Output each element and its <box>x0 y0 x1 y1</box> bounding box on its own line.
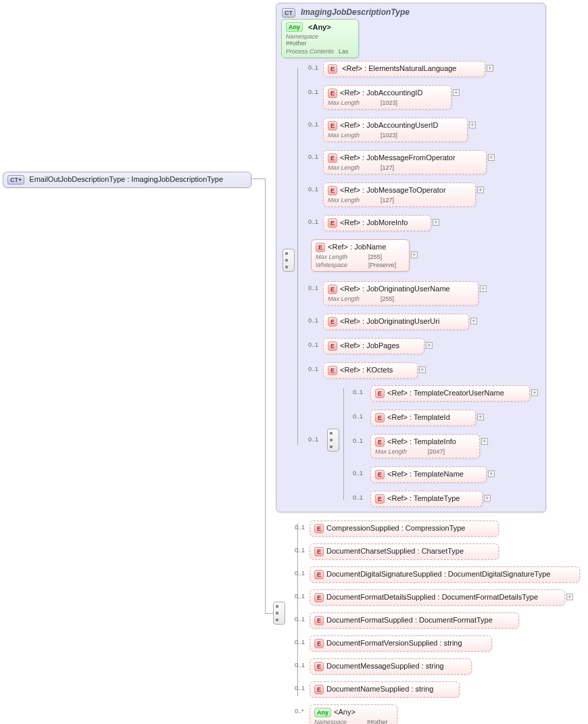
any-badge-icon: Any <box>286 22 303 32</box>
root-name: EmailOutJobDescriptionType <box>29 175 125 183</box>
any-meta: Process ContentsLax <box>286 48 354 55</box>
expand-icon[interactable]: + <box>488 154 495 161</box>
ref-template-id[interactable]: E<Ref> : TemplateId <box>370 410 476 426</box>
elem-document-message-supplied[interactable]: EDocumentMessageSupplied : string <box>310 658 472 675</box>
e-badge-icon: E <box>328 341 337 351</box>
sequence-icon <box>273 602 285 625</box>
ref-job-name[interactable]: E<Ref> : JobName Max Length[255] Whitesp… <box>311 239 410 272</box>
elem-document-digital-signature-supplied[interactable]: EDocumentDigitalSignatureSupplied : Docu… <box>310 566 580 583</box>
connector <box>265 613 273 614</box>
e-badge-icon: E <box>314 547 324 556</box>
expand-icon[interactable]: + <box>481 438 488 445</box>
ref-job-accounting-user-id[interactable]: E<Ref> : JobAccountingUserID Max Length[… <box>323 118 468 142</box>
occurrence: 0..1 <box>308 218 318 225</box>
ref-job-originating-user-uri[interactable]: E<Ref> : JobOriginatingUserUri <box>323 314 469 330</box>
occurrence: 0..1 <box>308 186 318 193</box>
ref-koctets[interactable]: E<Ref> : KOctets <box>323 362 418 379</box>
e-badge-icon: E <box>375 437 385 447</box>
e-badge-icon: E <box>328 317 337 327</box>
ref-job-originating-user-name[interactable]: E<Ref> : JobOriginatingUserName Max Leng… <box>323 281 479 306</box>
e-badge-icon: E <box>328 89 337 98</box>
occurrence: 0..1 <box>308 89 318 95</box>
ref-job-message-to-operator[interactable]: E<Ref> : JobMessageToOperator Max Length… <box>323 183 476 207</box>
expand-icon[interactable]: + <box>469 122 476 128</box>
e-badge-icon: E <box>314 524 324 533</box>
expand-icon[interactable]: + <box>484 495 491 502</box>
expand-icon[interactable]: + <box>470 318 477 324</box>
expand-icon[interactable]: + <box>487 65 493 72</box>
any-meta: Namespace##other <box>286 33 354 47</box>
e-badge-icon: E <box>328 218 337 228</box>
template-rail <box>343 388 350 500</box>
occurrence: 0..1 <box>295 593 305 600</box>
ref-template-name[interactable]: E<Ref> : TemplateName <box>370 466 487 483</box>
elem-document-name-supplied[interactable]: EDocumentNameSupplied : string <box>310 681 460 698</box>
connector <box>265 178 272 613</box>
occurrence: 0..1 <box>308 64 318 71</box>
e-badge-icon: E <box>328 186 337 195</box>
e-badge-icon: E <box>328 64 337 74</box>
occurrence: 0..1 <box>295 524 305 531</box>
e-badge-icon: E <box>314 616 324 625</box>
e-badge-icon: E <box>314 593 324 602</box>
ref-job-message-from-operator[interactable]: E<Ref> : JobMessageFromOperator Max Leng… <box>323 150 487 174</box>
occurrence: 0..1 <box>353 389 363 395</box>
occurrence: 0..1 <box>308 121 318 128</box>
expand-icon[interactable]: + <box>480 285 487 292</box>
e-badge-icon: E <box>316 243 325 252</box>
occurrence: 0..1 <box>295 662 305 669</box>
ref-template-type[interactable]: E<Ref> : TemplateType <box>370 491 483 507</box>
e-badge-icon: E <box>314 662 324 671</box>
e-badge-icon: E <box>314 570 324 579</box>
ref-template-info[interactable]: E<Ref> : TemplateInfo Max Length[2047] <box>370 434 480 458</box>
root-base: ImagingJobDescriptionType <box>131 175 223 183</box>
expand-icon[interactable]: + <box>477 187 484 193</box>
ct-badge-icon: CT+ <box>7 175 24 185</box>
expand-icon[interactable]: + <box>433 219 439 226</box>
e-badge-icon: E <box>328 153 337 163</box>
e-badge-icon: E <box>375 470 385 479</box>
expand-icon[interactable]: + <box>419 366 426 373</box>
group-title: ImagingJobDescriptionType <box>301 7 410 17</box>
any-label: <Any> <box>308 23 331 31</box>
e-badge-icon: E <box>375 413 385 423</box>
elem-compression-supplied[interactable]: ECompressionSupplied : CompressionType <box>310 521 499 537</box>
occurrence: 0..1 <box>295 547 305 554</box>
occurrence: 0..1 <box>295 639 305 646</box>
expand-icon[interactable]: + <box>566 594 573 600</box>
occurrence: 0..* <box>295 708 304 715</box>
occurrence: 0..1 <box>308 366 318 372</box>
expand-icon[interactable]: + <box>426 342 433 349</box>
expand-icon[interactable]: + <box>477 414 484 420</box>
group-rail <box>297 68 304 445</box>
connector <box>251 178 265 179</box>
e-badge-icon: E <box>328 121 337 130</box>
occurrence: 0..1 <box>353 494 363 501</box>
occurrence: 0..1 <box>308 317 318 324</box>
expand-icon[interactable]: + <box>411 251 418 258</box>
ref-job-more-info[interactable]: E<Ref> : JobMoreInfo <box>323 215 431 231</box>
elem-document-format-version-supplied[interactable]: EDocumentFormatVersionSupplied : string <box>310 635 492 652</box>
sequence-icon <box>327 429 339 452</box>
occurrence: 0..1 <box>308 285 318 291</box>
ct-badge-icon: CT <box>282 8 295 18</box>
expand-icon[interactable]: + <box>488 470 495 477</box>
any-wildcard[interactable]: Any<Any> Namespace##other Process Conten… <box>281 19 359 58</box>
ref-elements-natural-language[interactable]: E <Ref> : ElementsNaturalLanguage <box>323 61 485 77</box>
ref-job-accounting-id[interactable]: E<Ref> : JobAccountingID Max Length[1023… <box>323 85 451 110</box>
any-wildcard-ext[interactable]: Any<Any> Namespace##other <box>310 704 397 724</box>
ref-template-creator-user-name[interactable]: E<Ref> : TemplateCreatorUserName <box>370 385 530 402</box>
occurrence: 0..1 <box>308 341 318 348</box>
e-badge-icon: E <box>314 639 324 648</box>
occurrence: 0..1 <box>353 413 363 420</box>
elem-document-format-details-supplied[interactable]: EDocumentFormatDetailsSupplied : Documen… <box>310 589 565 606</box>
elem-document-charset-supplied[interactable]: EDocumentCharsetSupplied : CharsetType <box>310 544 499 560</box>
occurrence: 0..1 <box>308 436 318 443</box>
expand-icon[interactable]: + <box>531 389 538 396</box>
root-complex-type[interactable]: CT+ EmailOutJobDescriptionType : Imaging… <box>3 172 251 188</box>
expand-icon[interactable]: + <box>453 89 460 96</box>
occurrence: 0..1 <box>308 153 318 160</box>
elem-document-format-supplied[interactable]: EDocumentFormatSupplied : DocumentFormat… <box>310 612 519 629</box>
ref-job-pages[interactable]: E<Ref> : JobPages <box>323 338 424 354</box>
sequence-icon <box>283 249 295 272</box>
